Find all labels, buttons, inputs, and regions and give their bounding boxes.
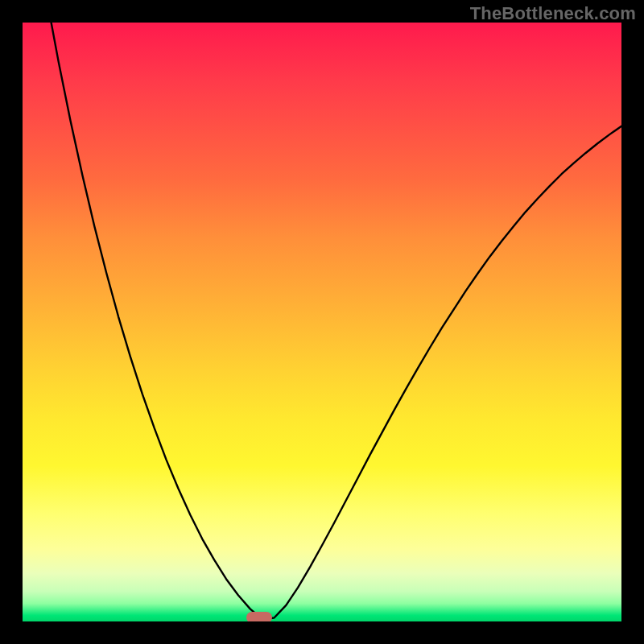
- bottleneck-curve: [23, 23, 621, 621]
- chart-frame: TheBottleneck.com: [0, 0, 644, 644]
- plot-area: [23, 23, 621, 621]
- watermark-text: TheBottleneck.com: [470, 3, 636, 24]
- optimal-marker: [246, 612, 273, 621]
